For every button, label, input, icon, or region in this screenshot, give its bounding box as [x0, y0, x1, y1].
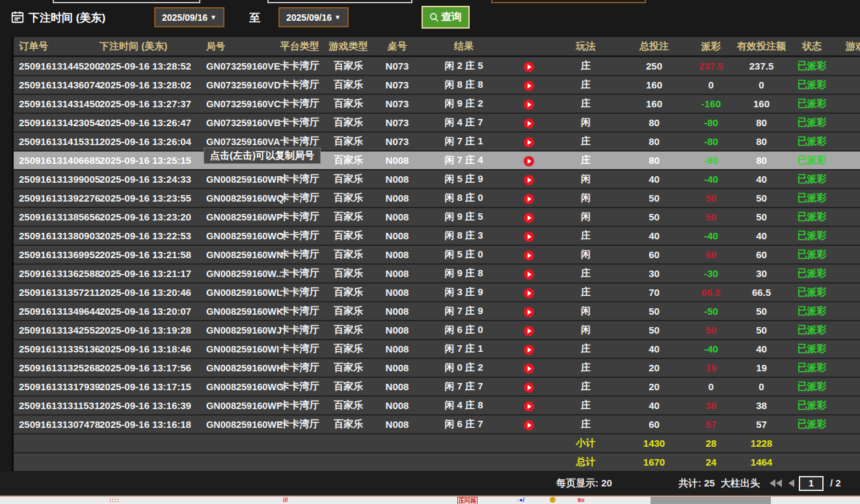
- table-row[interactable]: 2509161314230542025-09-16 13:26:47GN0732…: [14, 113, 860, 132]
- totals-empty-cell: [786, 453, 838, 471]
- replay-icon-cell: [509, 283, 548, 302]
- cell-valid: 30: [737, 264, 786, 283]
- table-row[interactable]: 2509161313699522025-09-16 13:21:58GN0082…: [14, 245, 860, 264]
- cell-play: 庄: [548, 377, 623, 396]
- replay-icon[interactable]: [524, 345, 534, 355]
- first-page-button[interactable]: [770, 479, 782, 487]
- cell-order: 250916131385656: [14, 207, 100, 226]
- replay-icon[interactable]: [524, 307, 534, 317]
- totals-label: 总计: [548, 453, 623, 471]
- cell-time: 2025-09-16 13:23:55: [100, 189, 204, 207]
- table-row[interactable]: 2509161313809032025-09-16 13:22:53GN0082…: [14, 226, 860, 245]
- table-row[interactable]: 2509161313074782025-09-16 13:16:18GN0082…: [14, 415, 860, 434]
- cell-total: 160: [623, 75, 685, 94]
- cell-game_type: 百家乐: [321, 94, 376, 113]
- replay-icon[interactable]: [524, 401, 534, 412]
- replay-icon[interactable]: [524, 118, 534, 129]
- table-row[interactable]: 2509161313252682025-09-16 13:17:56GN0082…: [14, 358, 860, 377]
- replay-icon[interactable]: [524, 194, 534, 204]
- replay-icon[interactable]: [524, 213, 534, 223]
- cell-game_no: GN008259160WJ: [204, 321, 278, 339]
- replay-icon-cell: [509, 226, 548, 245]
- prev-page-button[interactable]: [788, 479, 794, 487]
- table-row[interactable]: 2509161313990052025-09-16 13:24:33GN0082…: [14, 170, 860, 189]
- table-row[interactable]: 2509161313115312025-09-16 13:16:39GN0082…: [14, 396, 860, 415]
- table-row[interactable]: 2509161313496442025-09-16 13:20:07GN0082…: [14, 302, 860, 321]
- cell-result: 闲 6 庄 0: [418, 321, 509, 339]
- cell-time: 2025-09-16 13:23:20: [100, 207, 204, 226]
- query-button[interactable]: 查询: [422, 6, 470, 29]
- table-row[interactable]: 2509161313625882025-09-16 13:21:17GN0082…: [14, 264, 860, 283]
- cell-play: 庄: [548, 415, 623, 434]
- cell-game_type: 百家乐: [321, 396, 376, 415]
- cell-platform: 卡卡湾厅: [278, 245, 321, 264]
- cell-order: 250916131406685: [14, 151, 100, 170]
- column-header-status: 状态: [786, 37, 838, 57]
- replay-icon[interactable]: [524, 137, 534, 148]
- page-number-input[interactable]: 1: [799, 476, 824, 491]
- cell-payout: -160: [685, 94, 737, 113]
- cell-platform: 卡卡湾厅: [278, 377, 321, 396]
- cell-game: [838, 321, 860, 339]
- replay-icon-cell: [509, 57, 548, 76]
- cell-time: 2025-09-16 13:18:46: [100, 339, 204, 358]
- replay-icon[interactable]: [524, 382, 534, 393]
- bet-records-table-wrap: 订单号下注时间 (美东)局号平台类型游戏类型桌号结果玩法总投注派彩有效投注额状态…: [12, 37, 860, 471]
- table-row[interactable]: 2509161313856562025-09-16 13:23:20GN0082…: [14, 207, 860, 226]
- replay-icon[interactable]: [524, 364, 534, 374]
- replay-icon[interactable]: [524, 62, 534, 72]
- cell-platform: 卡卡湾厅: [278, 283, 321, 302]
- cell-play: 庄: [548, 57, 623, 76]
- replay-icon[interactable]: [524, 250, 534, 261]
- table-row[interactable]: 2509161313425522025-09-16 13:19:28GN0082…: [14, 321, 860, 339]
- cell-game_type: 百家乐: [321, 207, 376, 226]
- cell-payout: -40: [685, 339, 737, 358]
- replay-icon-cell: [509, 170, 548, 189]
- table-row[interactable]: 2509161314314502025-09-16 13:27:37GN0732…: [14, 94, 860, 113]
- table-row[interactable]: 2509161314066852025-09-16 13:25:15G百家乐N0…: [14, 151, 860, 170]
- cell-platform: 卡卡湾厅: [278, 75, 321, 94]
- cell-valid: 40: [737, 226, 786, 245]
- replay-icon[interactable]: [524, 99, 534, 110]
- cell-table_no: N008: [376, 226, 418, 245]
- bet-history-screen: 下注时间 (美东) 2025/09/16 ▼ 至 2025/09/16 ▼ 查询…: [0, 0, 860, 504]
- replay-icon-cell: [509, 151, 548, 170]
- table-row[interactable]: 2509161314153112025-09-16 13:26:04GN0732…: [14, 132, 860, 151]
- table-row[interactable]: 2509161313179392025-09-16 13:17:15GN0082…: [14, 377, 860, 396]
- play-triangle-icon: [528, 253, 531, 258]
- cell-game_no: GN073259160VB: [204, 113, 278, 132]
- replay-icon[interactable]: [524, 420, 534, 431]
- totals-empty-cell: [418, 434, 509, 453]
- column-header-game: 游戏: [838, 37, 860, 57]
- cell-order: 250916131431450: [14, 94, 100, 113]
- replay-icon-cell: [509, 302, 548, 321]
- replay-icon[interactable]: [524, 175, 534, 185]
- table-row[interactable]: 2509161314452002025-09-16 13:28:52GN0732…: [14, 57, 860, 76]
- cell-payout: -40: [685, 226, 737, 245]
- table-row[interactable]: 2509161313922762025-09-16 13:23:55GN0082…: [14, 189, 860, 207]
- replay-icon[interactable]: [524, 232, 534, 242]
- cell-platform: 卡卡湾厅: [278, 113, 321, 132]
- replay-icon[interactable]: [524, 288, 534, 298]
- cell-table_no: N008: [376, 189, 418, 207]
- date-to-picker[interactable]: 2025/09/16 ▼: [278, 7, 349, 27]
- cell-play: 庄: [548, 132, 623, 151]
- cell-payout: 38: [685, 396, 737, 415]
- totals-label: 小计: [548, 434, 623, 453]
- table-row[interactable]: 2509161314360742025-09-16 13:28:02GN0732…: [14, 75, 860, 94]
- date-from-picker[interactable]: 2025/09/16 ▼: [154, 7, 224, 27]
- replay-icon[interactable]: [524, 326, 534, 336]
- replay-icon[interactable]: [524, 156, 534, 166]
- table-row[interactable]: 2509161313351362025-09-16 13:18:46GN0082…: [14, 339, 860, 358]
- cell-valid: 80: [737, 113, 786, 132]
- replay-icon[interactable]: [524, 81, 534, 91]
- cell-table_no: N008: [376, 415, 418, 434]
- cell-play: 闲: [548, 245, 623, 264]
- cell-status: 已派彩: [786, 264, 838, 283]
- table-row[interactable]: 2509161313572112025-09-16 13:20:46GN0082…: [14, 283, 860, 302]
- cell-game_type: 百家乐: [321, 377, 376, 396]
- replay-icon[interactable]: [524, 269, 534, 280]
- cell-total: 70: [623, 283, 685, 302]
- cell-valid: 160: [737, 94, 786, 113]
- cell-order: 250916131307478: [14, 415, 100, 434]
